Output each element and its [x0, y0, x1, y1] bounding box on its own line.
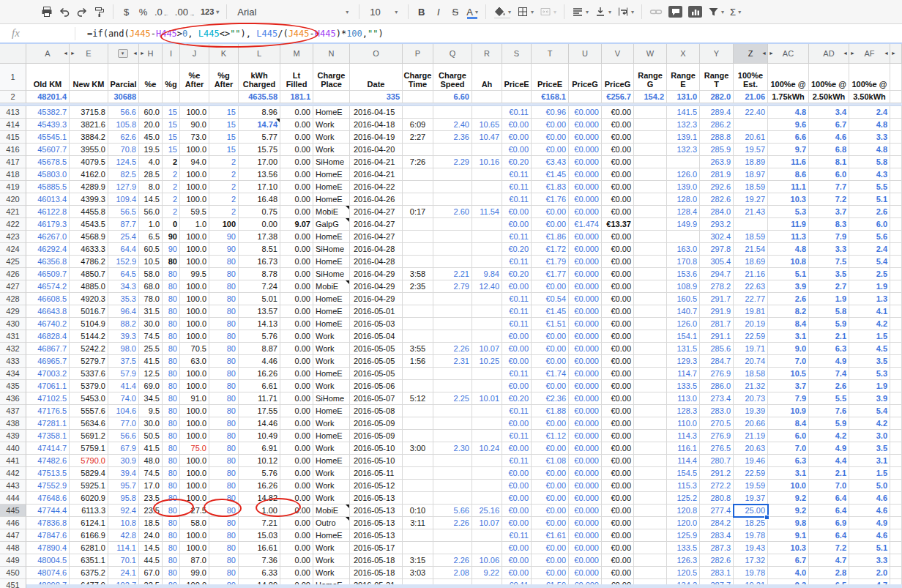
hidden-columns-icon[interactable]: ◄ — [63, 51, 68, 56]
cell-X430[interactable]: 126.0 — [667, 318, 700, 330]
cell-A441[interactable]: 47482.6 — [26, 455, 70, 467]
cell-W441[interactable] — [634, 455, 667, 467]
cell-J422[interactable]: 1.0 — [180, 218, 209, 231]
cell-M439[interactable]: 0.00 — [280, 430, 313, 442]
cell-M444[interactable]: 0.00 — [280, 492, 313, 505]
cell-AC413[interactable]: 4.8 — [768, 106, 809, 119]
column-header-AD[interactable]: AD◄ — [809, 44, 849, 64]
cell-Y443[interactable]: 272.2 — [700, 480, 734, 492]
row-header-434[interactable]: 434 — [0, 368, 26, 380]
cell-E414[interactable]: 3821.6 — [70, 119, 108, 131]
column-header-S[interactable]: S — [502, 44, 532, 64]
column-header-N[interactable]: N — [313, 44, 350, 64]
cell-Z441[interactable]: 19.46 — [734, 455, 768, 467]
cell-U421[interactable]: €0.000 — [569, 206, 602, 218]
column-header-U[interactable]: U — [569, 44, 602, 64]
cell-M442[interactable]: 0.00 — [280, 467, 313, 480]
cell-R440[interactable]: 10.24 — [472, 442, 502, 455]
cell-R439[interactable] — [472, 430, 502, 442]
cell-H430[interactable]: 30.0 — [139, 318, 163, 330]
cell-par435[interactable]: 41.4 — [108, 380, 139, 392]
cell-AF430[interactable]: 4.2 — [849, 318, 890, 330]
cell-X417[interactable] — [667, 156, 700, 168]
cell-I419[interactable]: 2 — [163, 181, 180, 193]
cell-H445[interactable]: 23.5 — [139, 505, 163, 517]
cell-O433[interactable]: 2016-05-05 — [350, 355, 403, 368]
cell-A1[interactable]: Old KM — [26, 64, 70, 91]
cell-I431[interactable]: 80 — [163, 330, 180, 343]
cell-Q415[interactable]: 2.36 — [433, 131, 472, 144]
cell-stub[interactable] — [890, 119, 902, 131]
cell-L417[interactable]: 17.00 — [239, 156, 280, 168]
cell-Y420[interactable]: 282.6 — [700, 193, 734, 206]
cell-S446[interactable]: €0.00 — [502, 517, 532, 529]
cell-M420[interactable]: 0.00 — [280, 193, 313, 206]
row-header-1[interactable]: 1 — [0, 64, 26, 91]
cell-A449[interactable]: 48004.5 — [26, 554, 70, 567]
cell-X445[interactable]: 120.8 — [667, 505, 700, 517]
cell-V417[interactable]: €0.00 — [602, 156, 634, 168]
cell-Y433[interactable]: 284.7 — [700, 355, 734, 368]
column-header-H[interactable]: ►H — [139, 44, 163, 64]
cell-I447[interactable]: 80 — [163, 529, 180, 542]
cell-E422[interactable]: 4543.5 — [70, 218, 108, 231]
cell-M425[interactable]: 0.00 — [280, 256, 313, 268]
cell-T431[interactable]: €0.00 — [532, 330, 569, 343]
cell-N420[interactable]: HomeE — [313, 193, 350, 206]
cell-L435[interactable]: 6.61 — [239, 380, 280, 392]
cell-E449[interactable]: 6351.1 — [70, 554, 108, 567]
cell-E431[interactable]: 5144.2 — [70, 330, 108, 343]
cell-AF418[interactable]: 4.3 — [849, 168, 890, 181]
column-header-X[interactable]: X — [667, 44, 700, 64]
cell-J423[interactable]: 100.0 — [180, 231, 209, 243]
cell-AC419[interactable]: 11.1 — [768, 181, 809, 193]
cell-AF429[interactable]: 4.1 — [849, 305, 890, 318]
cell-Q440[interactable]: 2.30 — [433, 442, 472, 455]
row-header-424[interactable]: 424 — [0, 243, 26, 256]
cell-X437[interactable]: 128.3 — [667, 405, 700, 417]
cell-P422[interactable] — [403, 218, 433, 231]
cell-L433[interactable]: 4.46 — [239, 355, 280, 368]
cell-S422[interactable]: €0.00 — [502, 218, 532, 231]
hidden-columns-icon[interactable]: ◄ — [133, 51, 138, 56]
cell-X449[interactable]: 126.3 — [667, 554, 700, 567]
undo-button[interactable] — [56, 3, 73, 21]
cell-T418[interactable]: €1.45 — [532, 168, 569, 181]
cell-par437[interactable]: 104.6 — [108, 405, 139, 417]
row-header-418[interactable]: 418 — [0, 168, 26, 181]
row-header-447[interactable]: 447 — [0, 529, 26, 542]
cell-M435[interactable]: 0.00 — [280, 380, 313, 392]
cell-O420[interactable]: 2016-04-26 — [350, 193, 403, 206]
cell-Z450[interactable]: 19.78 — [734, 567, 768, 579]
cell-K426[interactable]: 80 — [209, 268, 239, 280]
cell-N450[interactable]: Work — [313, 567, 350, 579]
cell-T415[interactable]: €0.00 — [532, 131, 569, 144]
row-header-415[interactable]: 415 — [0, 131, 26, 144]
cell-T421[interactable]: €0.00 — [532, 206, 569, 218]
cell-U432[interactable]: €0.000 — [569, 343, 602, 355]
cell-X420[interactable]: 128.0 — [667, 193, 700, 206]
cell-stub[interactable] — [890, 231, 902, 243]
cell-AC432[interactable]: 9.0 — [768, 343, 809, 355]
cell-J447[interactable]: 100.0 — [180, 529, 209, 542]
cell-stub[interactable] — [890, 542, 902, 554]
cell-A415[interactable]: 45545.1 — [26, 131, 70, 144]
cell-AD445[interactable]: 6.4 — [809, 505, 849, 517]
cell-AF443[interactable]: 5.0 — [849, 480, 890, 492]
cell-Y421[interactable]: 284.0 — [700, 206, 734, 218]
cell-H429[interactable]: 31.5 — [139, 305, 163, 318]
cell-L425[interactable]: 16.73 — [239, 256, 280, 268]
cell-M422[interactable]: 9.07 — [280, 218, 313, 231]
cell-K427[interactable]: 80 — [209, 280, 239, 293]
cell-Q2[interactable]: 6.60 — [433, 91, 472, 103]
cell-S441[interactable]: €0.11 — [502, 455, 532, 467]
cell-L426[interactable]: 8.78 — [239, 268, 280, 280]
cell-Y435[interactable]: 286.0 — [700, 380, 734, 392]
cell-L431[interactable]: 5.76 — [239, 330, 280, 343]
cell-K434[interactable]: 80 — [209, 368, 239, 380]
cell-S427[interactable]: €0.00 — [502, 280, 532, 293]
cell-par424[interactable]: 64.4 — [108, 243, 139, 256]
cell-par442[interactable]: 39.4 — [108, 467, 139, 480]
cell-S440[interactable]: €0.00 — [502, 442, 532, 455]
cell-R428[interactable] — [472, 293, 502, 305]
